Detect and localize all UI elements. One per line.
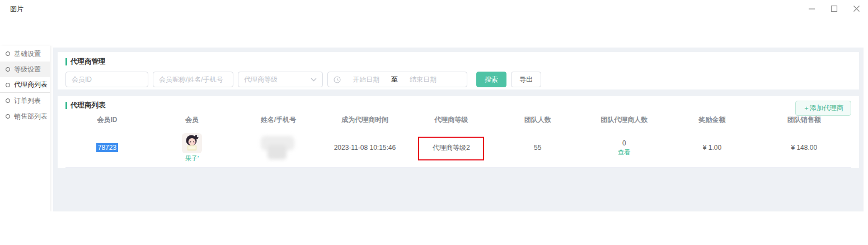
agent-table: 会员ID 会员 姓名/手机号 成为代理商时间 代理商等级 团队人数 团队代理商人… [65,111,851,168]
agent-management-panel: 代理商管理 代理商等级 至 搜索 导出 [58,52,859,89]
view-link[interactable]: 查看 [618,148,630,157]
team-count-cell: 55 [495,128,581,168]
circle-bullet-icon [6,83,10,87]
table-header-row: 会员ID 会员 姓名/手机号 成为代理商时间 代理商等级 团队人数 团队代理商人… [65,111,851,128]
page-bottom-spacer [0,211,868,245]
col-join-time: 成为代理商时间 [322,111,408,128]
add-agent-button[interactable]: ＋添加代理商 [795,101,851,116]
redacted-name-blur [257,135,299,161]
section-header: 代理商管理 [65,57,851,67]
col-name-phone: 姓名/手机号 [235,111,321,128]
circle-bullet-icon [6,98,10,103]
agent-level-select[interactable]: 代理商等级 [238,72,323,87]
circle-bullet-icon [6,51,10,56]
sidebar-item-label: 代理商列表 [14,80,48,89]
agent-level-value: 代理商等级2 [433,143,470,153]
team-agent-count-value: 0 [622,139,626,147]
join-time-cell: 2023-11-08 10:15:46 [322,128,408,168]
date-to-label: 至 [391,75,398,84]
table-row: 78723 [65,128,851,168]
col-reward-amount: 奖励金额 [667,111,757,128]
clock-icon [334,76,341,83]
member-cell: 果子' [149,128,235,168]
col-team-agent-count: 团队代理商人数 [581,111,667,128]
section-accent-bar [65,102,67,109]
col-member-id: 会员ID [65,111,149,128]
start-date-input[interactable] [344,76,388,83]
member-name-input[interactable] [153,72,233,87]
col-team-count: 团队人数 [495,111,581,128]
avatar [182,133,202,153]
search-button[interactable]: 搜索 [476,72,506,87]
title-bar: 图片 [0,0,868,17]
member-nickname-link[interactable]: 果子' [185,154,199,163]
sidebar-item-label: 销售部列表 [14,112,48,121]
close-icon[interactable] [851,3,861,13]
member-id-input[interactable] [65,72,148,87]
agent-level-select-placeholder: 代理商等级 [244,75,278,84]
section-accent-bar [65,58,67,65]
sidebar-item-basic-settings[interactable]: 基础设置 [0,46,50,62]
export-button[interactable]: 导出 [511,72,541,87]
sidebar-item-label: 等级设置 [14,65,41,74]
chevron-down-icon [311,78,317,82]
main-content: 代理商管理 代理商等级 至 搜索 导出 [53,48,864,211]
reward-amount-cell: ¥ 1.00 [667,128,757,168]
member-id-cell: 78723 [65,128,149,168]
circle-bullet-icon [6,114,10,119]
sidebar-item-agent-list[interactable]: 代理商列表 [0,77,50,93]
filter-row: 代理商等级 至 搜索 导出 [65,72,851,87]
team-agent-count-cell: 0 查看 [581,128,667,168]
window-title: 图片 [10,4,24,14]
sidebar-item-label: 订单列表 [14,96,41,106]
section-header: 代理商列表 [65,101,851,110]
col-member: 会员 [149,111,235,128]
date-range-picker[interactable]: 至 [327,72,467,87]
sidebar-item-order-list[interactable]: 订单列表 [0,93,50,109]
circle-bullet-icon [6,67,10,72]
member-id-value[interactable]: 78723 [96,143,118,152]
section-title: 代理商列表 [71,101,106,110]
col-agent-level: 代理商等级 [408,111,494,128]
sidebar: 基础设置 等级设置 代理商列表 订单列表 销售部列表 [0,46,50,211]
name-phone-cell [235,128,321,168]
team-sales-cell: ¥ 148.00 [757,128,851,168]
maximize-icon[interactable] [829,3,839,13]
agent-list-panel: 代理商列表 ＋添加代理商 会员ID 会员 姓名/手机号 成为代理商时间 代理商等… [58,96,859,168]
section-title: 代理商管理 [71,57,106,67]
sidebar-item-sales-dept-list[interactable]: 销售部列表 [0,109,50,124]
minimize-icon[interactable] [806,3,817,13]
sidebar-item-label: 基础设置 [14,49,41,59]
window-controls [806,0,864,17]
end-date-input[interactable] [401,76,445,83]
sidebar-item-level-settings[interactable]: 等级设置 [0,62,50,77]
agent-level-cell: 代理商等级2 [408,128,494,168]
